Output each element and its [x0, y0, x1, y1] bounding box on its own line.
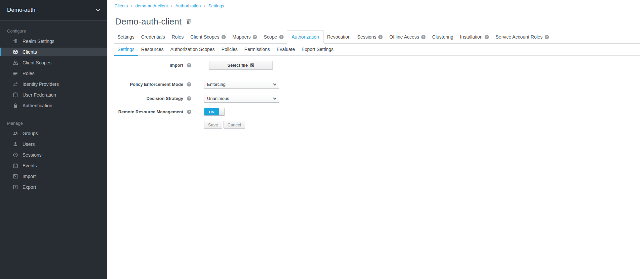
chevron-down-icon — [96, 7, 100, 11]
sidebar-item-user-federation[interactable]: User Federation — [0, 91, 107, 99]
sidebar-item-label: Authentication — [22, 103, 52, 108]
sidebar-item-client-scopes[interactable]: Client Scopes — [0, 58, 107, 67]
subtab-resources[interactable]: Resources — [138, 44, 167, 56]
import-icon — [12, 174, 18, 179]
help-icon[interactable]: ? — [187, 82, 191, 87]
sidebar-item-users[interactable]: Users — [0, 140, 107, 149]
selected-value: Unanimous — [207, 96, 229, 101]
remote-resource-management-toggle[interactable]: ON — [204, 108, 225, 116]
people-icon — [12, 131, 18, 136]
help-icon[interactable]: ? — [187, 96, 191, 101]
save-button[interactable]: Save — [204, 121, 222, 129]
breadcrumb-client[interactable]: demo-auth-client — [135, 3, 168, 8]
sidebar-item-label: User Federation — [22, 92, 56, 98]
selected-value: Enforcing — [207, 82, 226, 87]
authorization-subtabs: Settings Resources Authorization Scopes … — [114, 44, 640, 56]
database-icon — [12, 92, 18, 98]
sidebar-item-events[interactable]: Events — [0, 161, 107, 170]
chevron-down-icon — [273, 82, 277, 86]
subtab-export-settings[interactable]: Export Settings — [298, 44, 337, 56]
decision-strategy-select[interactable]: Unanimous — [204, 94, 279, 103]
sidebar-item-label: Client Scopes — [22, 60, 51, 65]
breadcrumb-clients[interactable]: Clients — [114, 3, 128, 8]
lock-icon — [12, 103, 18, 108]
clock-icon — [12, 152, 18, 158]
page-title: Demo-auth-client — [115, 17, 182, 26]
sidebar-section-configure: Configure — [7, 29, 107, 34]
breadcrumb-separator: > — [131, 4, 133, 8]
tab-revocation[interactable]: Revocation — [324, 31, 354, 43]
select-file-button[interactable]: Select file — [209, 61, 273, 70]
sidebar-item-clients[interactable]: Clients — [0, 48, 107, 56]
breadcrumb: Clients > demo-auth-client > Authorizati… — [107, 0, 644, 8]
help-icon[interactable]: ? — [421, 35, 426, 39]
sidebar-item-label: Export — [22, 184, 36, 190]
help-icon[interactable]: ? — [545, 35, 549, 39]
breadcrumb-settings[interactable]: Settings — [208, 3, 224, 8]
tab-offline-access[interactable]: Offline Access? — [386, 31, 429, 43]
delete-client-button[interactable] — [186, 18, 192, 24]
help-icon[interactable]: ? — [253, 35, 257, 39]
policy-enforcement-mode-label: Policy Enforcement Mode — [130, 82, 183, 87]
sidebar-item-label: Roles — [22, 71, 35, 76]
sidebar-item-sessions[interactable]: Sessions — [0, 151, 107, 159]
swap-arrows-icon — [12, 81, 18, 87]
tab-sessions[interactable]: Sessions? — [354, 31, 386, 43]
sidebar-item-groups[interactable]: Groups — [0, 129, 107, 138]
help-icon[interactable]: ? — [187, 63, 191, 67]
sidebar-item-label: Import — [22, 174, 36, 179]
decision-strategy-label: Decision Strategy — [146, 96, 183, 101]
sidebar-section-manage: Manage — [7, 121, 107, 126]
realm-name: Demo-auth — [7, 7, 35, 13]
import-file-icon — [250, 63, 254, 67]
subtab-evaluate[interactable]: Evaluate — [273, 44, 298, 56]
tab-settings[interactable]: Settings — [114, 31, 138, 43]
subtab-authorization-scopes[interactable]: Authorization Scopes — [167, 44, 218, 56]
tab-clustering[interactable]: Clustering — [429, 31, 457, 43]
tab-client-scopes[interactable]: Client Scopes? — [187, 31, 229, 43]
import-label: Import — [170, 63, 183, 68]
calendar-icon — [12, 163, 18, 168]
subtab-settings[interactable]: Settings — [114, 44, 138, 56]
cancel-button[interactable]: Cancel — [224, 121, 245, 129]
sidebar-item-label: Sessions — [22, 152, 42, 158]
tab-scope[interactable]: Scope? — [260, 31, 287, 43]
breadcrumb-separator: > — [203, 4, 205, 8]
sidebar-item-import[interactable]: Import — [0, 172, 107, 181]
cube-icon — [12, 49, 18, 55]
policy-enforcement-mode-select[interactable]: Enforcing — [204, 80, 279, 89]
sidebar-item-label: Events — [22, 163, 37, 168]
authorization-settings-form: Import ? Select file Policy Enforcement … — [107, 61, 644, 129]
export-icon — [12, 184, 18, 190]
sidebar-item-identity-providers[interactable]: Identity Providers — [0, 80, 107, 89]
breadcrumb-separator: > — [170, 4, 172, 8]
help-icon[interactable]: ? — [279, 35, 284, 39]
help-icon[interactable]: ? — [378, 35, 383, 39]
sidebar-item-realm-settings[interactable]: Realm Settings — [0, 37, 107, 46]
sidebar-item-export[interactable]: Export — [0, 183, 107, 191]
sidebar-item-label: Identity Providers — [22, 81, 59, 87]
tab-authorization[interactable]: Authorization — [287, 31, 324, 44]
tab-credentials[interactable]: Credentials — [138, 31, 168, 43]
toggle-handle[interactable] — [219, 108, 225, 115]
remote-resource-management-label: Remote Resource Management — [118, 109, 183, 114]
subtab-policies[interactable]: Policies — [218, 44, 241, 56]
subtab-permissions[interactable]: Permissions — [241, 44, 273, 56]
client-tabs: Settings Credentials Roles Client Scopes… — [114, 31, 640, 44]
sliders-icon — [12, 39, 18, 44]
chevron-down-icon — [273, 96, 277, 100]
sidebar-item-roles[interactable]: Roles — [0, 69, 107, 78]
tab-mappers[interactable]: Mappers? — [229, 31, 260, 43]
sidebar-item-label: Clients — [22, 49, 37, 55]
realm-selector[interactable]: Demo-auth — [0, 0, 107, 20]
tab-roles[interactable]: Roles — [168, 31, 187, 43]
help-icon[interactable]: ? — [221, 35, 226, 39]
list-icon — [12, 71, 18, 76]
tab-service-account-roles[interactable]: Service Account Roles? — [492, 31, 552, 43]
sidebar-item-authentication[interactable]: Authentication — [0, 101, 107, 110]
breadcrumb-authorization[interactable]: Authorization — [175, 3, 201, 8]
help-icon[interactable]: ? — [485, 35, 489, 39]
tab-installation[interactable]: Installation? — [457, 31, 492, 43]
main-content: Clients > demo-auth-client > Authorizati… — [107, 0, 644, 279]
help-icon[interactable]: ? — [187, 110, 191, 114]
